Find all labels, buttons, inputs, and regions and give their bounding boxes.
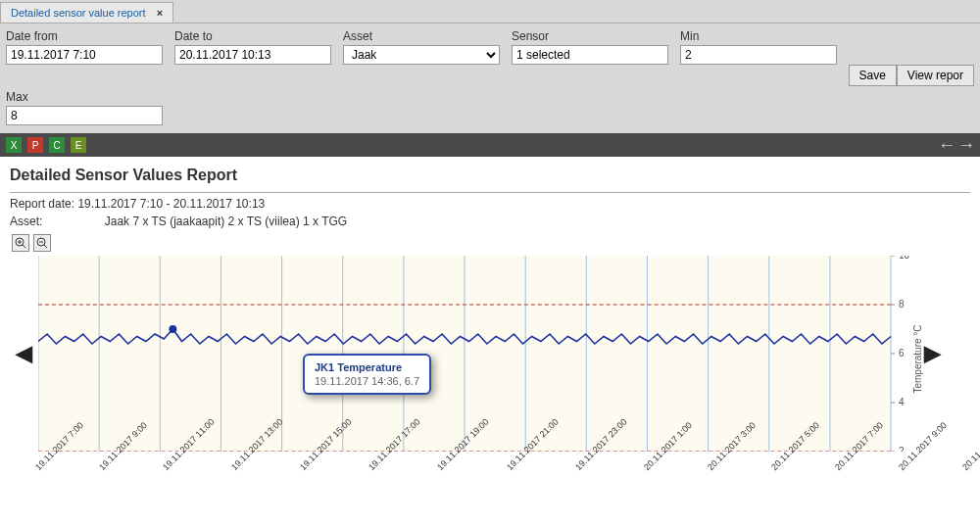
zoom-controls [12, 234, 970, 252]
nav-next-icon[interactable]: → [958, 137, 974, 153]
report-area: Detailed Sensor Values Report Report dat… [0, 157, 980, 526]
min-label: Min [680, 29, 837, 43]
filter-date-from: Date from [6, 29, 163, 65]
zoom-out-button[interactable] [33, 234, 51, 252]
max-label: Max [6, 90, 163, 104]
filter-max: Max [6, 90, 163, 125]
max-input[interactable] [6, 106, 163, 125]
zoom-in-button[interactable] [12, 234, 29, 252]
filter-asset: Asset Jaak [343, 29, 500, 65]
report-asset-line: Asset: Jaak 7 x TS (jaakaapit) 2 x TS (v… [10, 215, 970, 228]
filter-bar: Date from Date to Asset Jaak Sensor Min … [0, 23, 980, 133]
svg-text:6: 6 [899, 348, 905, 359]
tooltip-title: JK1 Temperature [315, 361, 419, 373]
date-from-label: Date from [6, 29, 163, 43]
svg-text:8: 8 [899, 299, 905, 310]
sensor-label: Sensor [512, 29, 668, 43]
asset-label: Asset [343, 29, 500, 43]
filter-date-to: Date to [174, 29, 331, 65]
svg-text:4: 4 [899, 397, 905, 407]
export-excel-icon[interactable]: X [6, 137, 22, 153]
date-to-label: Date to [174, 29, 331, 43]
svg-text:10: 10 [899, 256, 910, 261]
filter-min: Min [680, 29, 837, 65]
filter-sensor: Sensor [512, 29, 668, 65]
chart-tooltip: JK1 Temperature 19.11.2017 14:36, 6.7 [303, 354, 431, 395]
svg-text:C: C [53, 140, 60, 151]
nav-prev-icon[interactable]: ← [939, 137, 955, 153]
page-title: Detailed Sensor Values Report [10, 167, 970, 184]
svg-point-43 [169, 325, 176, 333]
svg-line-13 [44, 245, 47, 248]
tooltip-sub: 19.11.2017 14:36, 6.7 [315, 375, 419, 387]
svg-text:2: 2 [899, 446, 905, 452]
tab-bar: Detailed sensor value report × [0, 0, 980, 23]
view-report-button[interactable]: View repor [897, 65, 974, 86]
export-pdf-icon[interactable]: P [27, 137, 43, 153]
y-axis-label: Temperature °C [911, 324, 922, 393]
export-csv-icon[interactable]: C [49, 137, 65, 153]
asset-select[interactable]: Jaak [343, 45, 500, 65]
report-date-line: Report date: 19.11.2017 7:10 - 20.11.201… [10, 197, 970, 211]
svg-text:P: P [32, 140, 39, 151]
min-input[interactable] [680, 45, 837, 65]
tab-label: Detailed sensor value report [11, 7, 146, 19]
x-axis: 19.11.2017 7:0019.11.2017 9:0019.11.2017… [27, 455, 925, 465]
close-icon[interactable]: × [157, 7, 163, 19]
date-to-input[interactable] [174, 45, 331, 65]
export-other-icon[interactable]: E [71, 137, 86, 153]
save-button[interactable]: Save [849, 65, 897, 86]
svg-line-9 [23, 245, 25, 248]
report-asset-value: Jaak 7 x TS (jaakaapit) 2 x TS (viilea) … [105, 215, 347, 228]
svg-text:X: X [11, 140, 18, 151]
report-date-value: 19.11.2017 7:10 - 20.11.2017 10:13 [77, 197, 265, 211]
report-date-label: Report date: [10, 197, 74, 211]
report-asset-label: Asset: [10, 215, 42, 228]
filter-actions: Save View repor [849, 65, 975, 86]
date-from-input[interactable] [6, 45, 163, 65]
chart-prev-icon[interactable]: ◀ [10, 341, 38, 366]
tab-report[interactable]: Detailed sensor value report × [0, 2, 173, 23]
svg-text:E: E [75, 140, 82, 151]
sensor-input[interactable] [512, 45, 668, 65]
export-toolbar: X P C E ← → [0, 133, 980, 157]
